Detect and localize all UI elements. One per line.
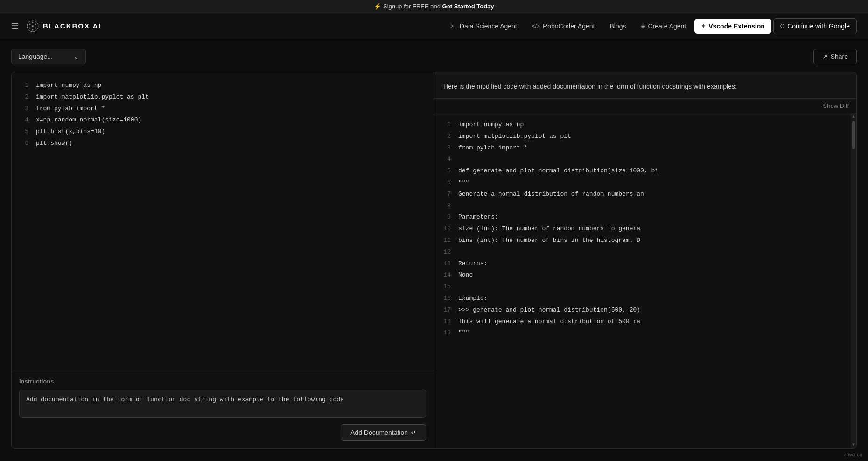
nav-vscode-label: Vscode Extension	[708, 22, 765, 30]
output-line: 6 """	[434, 177, 856, 189]
main-area: Language... ⌄ ↗ Share 1import numpy as n…	[0, 39, 868, 458]
add-doc-icon: ↵	[411, 429, 416, 436]
line-number: 1	[441, 120, 451, 130]
output-line: 17 >>> generate_and_plot_normal_distribu…	[434, 305, 856, 316]
line-number: 2	[441, 132, 451, 142]
toolbar-row: Language... ⌄ ↗ Share	[11, 49, 857, 64]
menu-icon[interactable]: ☰	[11, 21, 19, 31]
line-number: 18	[441, 317, 451, 327]
scroll-up-arrow[interactable]: ▲	[851, 113, 856, 120]
output-line: 9 Parameters:	[434, 212, 856, 223]
code-text: Returns:	[458, 259, 487, 269]
code-text: """	[458, 178, 469, 188]
code-editor[interactable]: 1import numpy as np2import matplotlib.py…	[12, 72, 434, 370]
google-icon: G	[780, 23, 784, 29]
nav-blogs[interactable]: Blogs	[603, 19, 632, 34]
show-diff-button[interactable]: Show Diff	[823, 102, 849, 109]
scrollbar-thumb[interactable]	[852, 121, 855, 149]
line-number: 3	[441, 143, 451, 153]
output-line: 14 None	[434, 270, 856, 281]
line-number: 8	[441, 201, 451, 211]
output-line: 15	[434, 281, 856, 293]
nav-robo-coder-label: RoboCoder Agent	[543, 22, 595, 30]
output-description: Here is the modified code with added doc…	[434, 72, 856, 99]
banner-text: Signup for FREE and	[383, 3, 442, 10]
output-code-area[interactable]: 1import numpy as np2import matplotlib.py…	[434, 113, 856, 448]
share-label: Share	[831, 53, 848, 60]
code-text: import numpy as np	[458, 120, 524, 130]
code-text: import numpy as np	[36, 81, 101, 91]
nav: >_ Data Science Agent </> RoboCoder Agen…	[444, 18, 857, 34]
banner-bold: Get Started Today	[442, 3, 494, 10]
share-button[interactable]: ↗ Share	[813, 49, 857, 64]
nav-create-agent-label: Create Agent	[648, 22, 686, 30]
output-line: 10 size (int): The number of random numb…	[434, 223, 856, 235]
code-text: import matplotlib.pyplot as plt	[36, 92, 149, 102]
editor-output-row: 1import numpy as np2import matplotlib.py…	[11, 72, 857, 449]
line-number: 5	[19, 127, 28, 137]
output-line: 18 This will generate a normal distribut…	[434, 316, 856, 328]
code-text: bins (int): The number of bins in the hi…	[458, 236, 640, 246]
nav-vscode[interactable]: ✦ Vscode Extension	[694, 19, 771, 34]
nav-google[interactable]: G Continue with Google	[773, 18, 857, 34]
language-label: Language...	[18, 53, 53, 60]
editor-line: 4x=np.random.normal(size=1000)	[12, 114, 434, 126]
language-select[interactable]: Language... ⌄	[11, 49, 86, 64]
output-line: 16 Example:	[434, 293, 856, 305]
code-text: def generate_and_plot_normal_distributio…	[458, 166, 658, 176]
code-text: import matplotlib.pyplot as plt	[458, 132, 571, 142]
nav-data-science[interactable]: >_ Data Science Agent	[444, 19, 524, 34]
nav-robo-coder[interactable]: </> RoboCoder Agent	[525, 19, 602, 34]
editor-line: 6plt.show()	[12, 138, 434, 149]
output-line: 8	[434, 200, 856, 212]
svg-point-4	[29, 27, 31, 28]
add-doc-label: Add Documentation	[350, 429, 408, 436]
line-number: 17	[441, 305, 451, 315]
output-line: 2import matplotlib.pyplot as plt	[434, 131, 856, 142]
editor-line: 2import matplotlib.pyplot as plt	[12, 92, 434, 103]
code-text: """	[458, 328, 469, 338]
code-text: from pylab import *	[458, 143, 527, 153]
line-number: 10	[441, 224, 451, 234]
output-panel: Here is the modified code with added doc…	[434, 72, 857, 449]
chevron-down-icon: ⌄	[73, 53, 79, 60]
nav-create-agent[interactable]: ◈ Create Agent	[634, 19, 693, 34]
line-number: 16	[441, 294, 451, 304]
code-text: x=np.random.normal(size=1000)	[36, 115, 141, 125]
line-number: 4	[19, 115, 28, 125]
line-number: 9	[441, 213, 451, 222]
instructions-input[interactable]	[19, 390, 426, 418]
editor-line: 1import numpy as np	[12, 80, 434, 92]
output-scrollbar[interactable]: ▲ ▼	[851, 113, 856, 448]
instructions-panel: Instructions Add Documentation ↵	[12, 370, 434, 448]
output-line: 1import numpy as np	[434, 119, 856, 131]
logo: BLACKBOX AI	[26, 20, 102, 33]
line-number: 12	[441, 248, 451, 257]
line-number: 13	[441, 259, 451, 269]
scroll-down-arrow[interactable]: ▼	[851, 442, 856, 448]
output-line: 12	[434, 247, 856, 258]
output-line: 13 Returns:	[434, 258, 856, 270]
add-documentation-button[interactable]: Add Documentation ↵	[341, 424, 426, 441]
line-number: 3	[19, 104, 28, 114]
code-text: plt.show()	[36, 139, 72, 149]
line-number: 6	[441, 178, 451, 188]
svg-point-3	[35, 23, 36, 25]
logo-icon	[26, 20, 39, 33]
output-line: 11 bins (int): The number of bins in the…	[434, 235, 856, 247]
code-text: size (int): The number of random numbers…	[458, 224, 640, 234]
instructions-label: Instructions	[19, 378, 426, 385]
code-text: from pylab import *	[36, 104, 105, 114]
line-number: 14	[441, 270, 451, 280]
logo-text: BLACKBOX AI	[43, 22, 102, 30]
code-text: >>> generate_and_plot_normal_distributio…	[458, 305, 640, 315]
line-number: 4	[441, 155, 451, 164]
line-number: 15	[441, 282, 451, 292]
code-text: This will generate a normal distribution…	[458, 317, 640, 327]
line-number: 7	[441, 190, 451, 199]
top-banner: ⚡ Signup for FREE and Get Started Today	[0, 0, 868, 13]
svg-point-5	[35, 27, 36, 28]
nav-blogs-label: Blogs	[609, 22, 626, 30]
svg-point-1	[32, 25, 34, 27]
line-number: 19	[441, 328, 451, 338]
